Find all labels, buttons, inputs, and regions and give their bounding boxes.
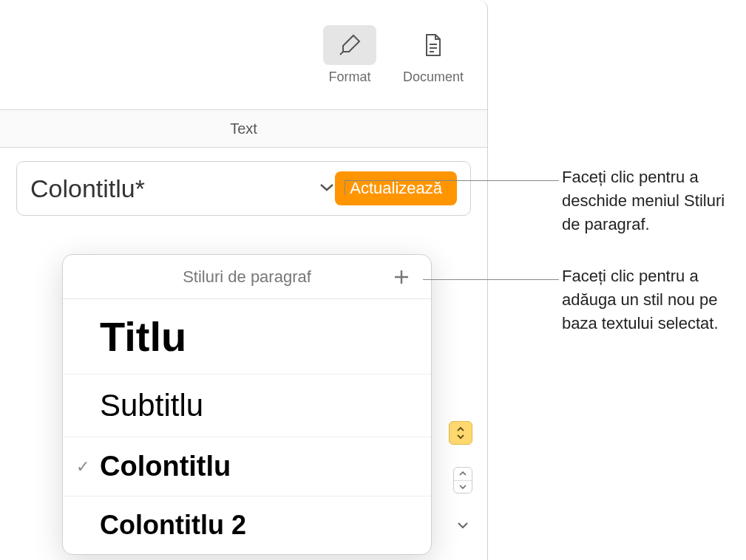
up-down-chevron-icon [456, 426, 465, 440]
chevron-down-icon [319, 182, 335, 195]
update-button[interactable]: Actualizează [335, 171, 457, 205]
format-tab[interactable]: Format [314, 25, 385, 85]
stepper-down[interactable] [454, 481, 472, 494]
style-item-colontitlu-2[interactable]: Colontitlu 2 [63, 496, 431, 554]
plus-icon [393, 268, 410, 286]
popup-button[interactable] [449, 421, 472, 445]
callout-add-style: Faceți clic pentru a adăuga un stil nou … [562, 264, 739, 335]
checkmark-icon: ✓ [76, 457, 89, 477]
update-label: Actualizează [350, 179, 442, 198]
style-item-titlu[interactable]: Titlu [63, 299, 431, 375]
callout-line [423, 279, 559, 280]
style-picker-row: Colontitlu* Actualizează [0, 148, 487, 229]
style-label: Subtitlu [100, 388, 203, 423]
style-item-subtitlu[interactable]: Subtitlu [63, 375, 431, 437]
document-icon-box [407, 25, 460, 65]
text-section-header: Text [0, 109, 487, 148]
paragraph-style-picker[interactable]: Colontitlu* Actualizează [16, 161, 471, 216]
side-controls [449, 421, 472, 535]
style-label: Titlu [100, 313, 186, 361]
current-style-name: Colontitlu* [30, 174, 311, 203]
text-label: Text [230, 120, 257, 137]
style-list: Titlu Subtitlu ✓ Colontitlu Colontitlu 2 [63, 299, 431, 554]
style-label: Colontitlu [100, 451, 231, 482]
document-tab[interactable]: Document [394, 25, 472, 85]
chevron-down-icon [459, 484, 467, 489]
format-icon-box [323, 25, 376, 65]
style-item-colontitlu[interactable]: ✓ Colontitlu [63, 437, 431, 496]
document-icon [423, 33, 444, 58]
disclosure-button[interactable] [453, 516, 472, 535]
add-style-button[interactable] [390, 262, 413, 293]
paintbrush-icon [337, 33, 362, 58]
callout-line [345, 180, 559, 181]
popover-title: Stiluri de paragraf [81, 267, 390, 287]
paragraph-styles-popover: Stiluri de paragraf Titlu Subtitlu ✓ Col… [62, 254, 432, 555]
document-label: Document [403, 69, 464, 85]
toolbar: Format Document [0, 0, 487, 109]
stepper[interactable] [453, 467, 472, 494]
chevron-down-icon [457, 522, 469, 529]
style-label: Colontitlu 2 [100, 510, 246, 541]
popover-header: Stiluri de paragraf [63, 255, 431, 299]
format-label: Format [328, 69, 370, 85]
chevron-up-icon [459, 471, 467, 477]
callout-open-menu: Faceți clic pentru a deschide meniul Sti… [562, 165, 739, 236]
callout-line [345, 180, 345, 195]
stepper-up[interactable] [454, 468, 472, 481]
